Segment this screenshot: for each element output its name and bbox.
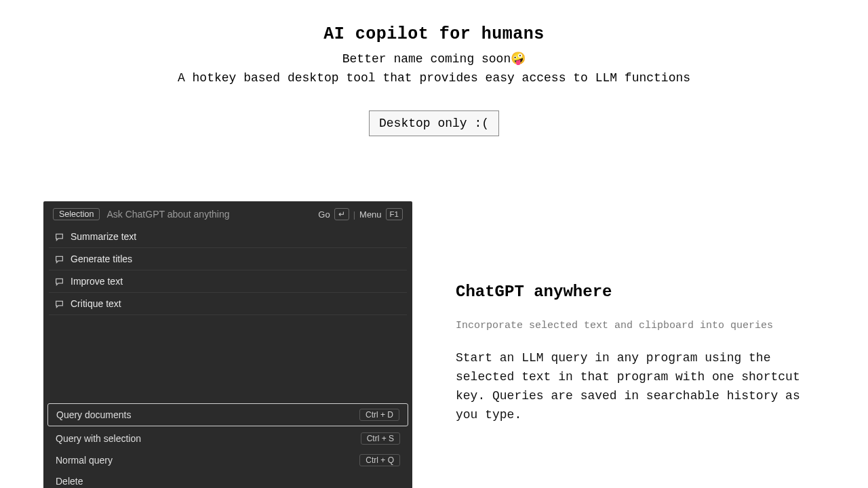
shortcut-badge: Ctrl + Q [359, 454, 400, 466]
app-topbar: Selection Ask ChatGPT about anything Go … [43, 201, 412, 224]
feature-lead: Incorporate selected text and clipboard … [456, 320, 825, 331]
menu-item-label: Normal query [56, 455, 113, 466]
command-label: Critique text [71, 298, 121, 309]
command-label: Improve text [71, 276, 123, 287]
command-label: Summarize text [71, 231, 136, 242]
enter-key-icon: ↵ [334, 208, 349, 220]
feature-section: Selection Ask ChatGPT about anything Go … [0, 201, 868, 488]
feature-heading: ChatGPT anywhere [456, 283, 825, 301]
menu-item-label: Query documents [56, 409, 132, 420]
menu-item-query-selection[interactable]: Query with selection Ctrl + S [47, 428, 408, 449]
menu-item-normal-query[interactable]: Normal query Ctrl + Q [47, 449, 408, 471]
menu-item-label: Query with selection [56, 433, 141, 444]
search-input[interactable]: Ask ChatGPT about anything [106, 209, 311, 220]
chat-icon [54, 277, 64, 286]
menu-item-query-documents[interactable]: Query documents Ctrl + D [47, 403, 408, 426]
feature-body: Start an LLM query in any program using … [456, 349, 822, 425]
chat-icon [54, 299, 64, 308]
command-item[interactable]: Critique text [49, 293, 407, 315]
command-list: Summarize text Generate titles Improve t… [43, 224, 412, 315]
feature-copy: ChatGPT anywhere Incorporate selected te… [456, 276, 825, 425]
command-item[interactable]: Generate titles [49, 248, 407, 270]
menu-label: Menu [359, 209, 382, 220]
command-item[interactable]: Improve text [49, 270, 407, 293]
menu-item-label: Delete [56, 476, 83, 487]
hero-subtitle: Better name coming soon🤪 [0, 51, 868, 66]
app-screenshot: Selection Ask ChatGPT about anything Go … [43, 201, 412, 488]
context-menu: Query documents Ctrl + D Query with sele… [47, 403, 408, 488]
shortcut-badge: Ctrl + S [361, 432, 400, 445]
menu-item-delete[interactable]: Delete [47, 471, 408, 488]
hero-description: A hotkey based desktop tool that provide… [0, 71, 868, 85]
go-label: Go [318, 209, 330, 220]
chat-icon [54, 254, 64, 264]
command-item[interactable]: Summarize text [49, 226, 407, 248]
hero: AI copilot for humans Better name coming… [0, 0, 868, 136]
chat-icon [54, 232, 64, 241]
separator: | [353, 209, 355, 220]
cta-button[interactable]: Desktop only :( [369, 110, 499, 136]
command-label: Generate titles [71, 253, 132, 264]
selection-chip[interactable]: Selection [53, 208, 100, 220]
page-title: AI copilot for humans [0, 24, 868, 44]
shortcut-badge: Ctrl + D [359, 409, 399, 421]
f1-key-icon: F1 [386, 208, 403, 220]
